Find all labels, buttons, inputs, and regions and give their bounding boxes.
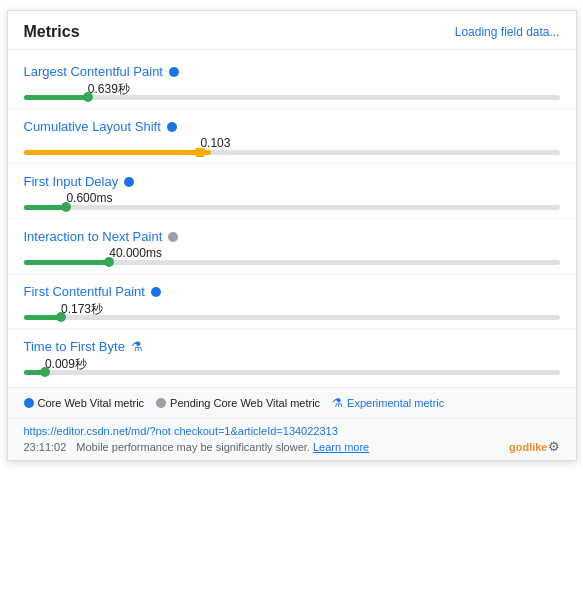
metric-dot-cls [167,122,177,132]
metrics-panel: Metrics Loading field data... Largest Co… [7,10,577,461]
bar-track-inp [24,260,560,265]
legend-experimental-label: Experimental metric [347,397,444,409]
metric-dot-ttfb: ⚗ [131,339,143,354]
bar-marker-ttfb [40,367,50,377]
legend: Core Web Vital metric Pending Core Web V… [8,387,576,418]
metric-name-row-fcp: First Contentful Paint [24,284,560,299]
metric-bar-container-ttfb: 0.009秒 [24,370,560,375]
metric-name-row-fid: First Input Delay [24,174,560,189]
metric-name-row-inp: Interaction to Next Paint [24,229,560,244]
footer-url[interactable]: https://editor.csdn.net/md/?not checkout… [24,425,560,437]
pending-vital-icon [156,398,166,408]
panel-header: Metrics Loading field data... [8,11,576,50]
metric-dot-inp [168,232,178,242]
bar-marker-inp [104,257,114,267]
core-vital-icon [24,398,34,408]
metric-name-cls[interactable]: Cumulative Layout Shift [24,119,161,134]
bar-track-cls [24,150,560,155]
metric-bar-container-fcp: 0.173秒 [24,315,560,320]
metric-name-ttfb[interactable]: Time to First Byte [24,339,125,354]
bar-fill-inp [24,260,110,265]
metric-row-inp: Interaction to Next Paint40.000ms [8,219,576,274]
metric-value-cls: 0.103 [200,136,230,150]
metric-name-row-lcp: Largest Contentful Paint [24,64,560,79]
panel-title: Metrics [24,23,80,41]
bar-track-lcp [24,95,560,100]
metric-name-fcp[interactable]: First Contentful Paint [24,284,145,299]
bar-marker-fid [61,202,71,212]
metric-name-inp[interactable]: Interaction to Next Paint [24,229,163,244]
metric-row-cls: Cumulative Layout Shift0.103 [8,109,576,164]
metrics-list: Largest Contentful Paint0.639秒Cumulative… [8,50,576,387]
bar-fill-lcp [24,95,88,100]
metric-bar-container-cls: 0.103 [24,150,560,155]
loading-status: Loading field data... [455,25,560,39]
metric-bar-container-lcp: 0.639秒 [24,95,560,100]
footer-message: Mobile performance may be significantly … [76,441,509,453]
settings-icon[interactable]: ⚙ [548,439,560,454]
metric-row-ttfb: Time to First Byte⚗0.009秒 [8,329,576,383]
bar-track-fid [24,205,560,210]
bar-fill-fid [24,205,67,210]
brand-label: godlike [509,441,548,453]
footer-info-row: 23:11:02 Mobile performance may be signi… [24,439,560,454]
metric-row-lcp: Largest Contentful Paint0.639秒 [8,54,576,109]
metric-value-fid: 0.600ms [66,191,112,205]
metric-dot-fcp [151,287,161,297]
learn-more-link[interactable]: Learn more [313,441,369,453]
bar-marker-lcp [83,92,93,102]
bar-track-fcp [24,315,560,320]
legend-item-pending: Pending Core Web Vital metric [156,397,320,409]
metric-name-row-cls: Cumulative Layout Shift [24,119,560,134]
metric-value-inp: 40.000ms [109,246,162,260]
legend-item-core: Core Web Vital metric [24,397,145,409]
metric-row-fid: First Input Delay0.600ms [8,164,576,219]
bar-marker-cls [196,148,205,157]
metric-name-lcp[interactable]: Largest Contentful Paint [24,64,163,79]
legend-item-experimental: ⚗ Experimental metric [332,396,444,410]
metric-dot-fid [124,177,134,187]
bar-fill-cls [24,150,212,155]
metric-dot-lcp [169,67,179,77]
legend-pending-label: Pending Core Web Vital metric [170,397,320,409]
metric-name-row-ttfb: Time to First Byte⚗ [24,339,560,354]
bar-marker-fcp [56,312,66,322]
bar-track-ttfb [24,370,560,375]
metric-row-fcp: First Contentful Paint0.173秒 [8,274,576,329]
footer-time: 23:11:02 [24,441,67,453]
flask-icon: ⚗ [332,396,343,410]
legend-core-label: Core Web Vital metric [38,397,145,409]
footer: https://editor.csdn.net/md/?not checkout… [8,418,576,460]
metric-bar-container-inp: 40.000ms [24,260,560,265]
metric-bar-container-fid: 0.600ms [24,205,560,210]
metric-name-fid[interactable]: First Input Delay [24,174,119,189]
